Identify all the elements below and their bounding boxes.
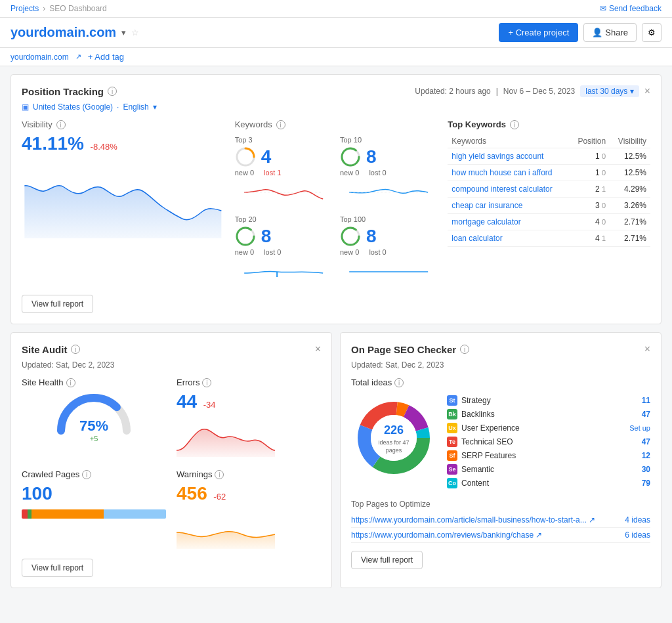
visibility-cell: 3.26%: [610, 198, 650, 214]
keyword-link[interactable]: how much house can i afford: [452, 168, 552, 177]
svg-text:ideas for 47: ideas for 47: [378, 439, 409, 446]
top-pages-label: Top Pages to Optimize: [351, 500, 650, 509]
header-actions: + Create project 👤 Share ⚙: [499, 23, 662, 42]
legend-dot: Se: [447, 464, 457, 475]
legend-row: Bk Backlinks 47: [447, 409, 650, 419]
site-health-change: +5: [79, 435, 108, 442]
create-project-button[interactable]: + Create project: [499, 23, 578, 42]
breadcrumb: Projects › SEO Dashboard: [10, 4, 107, 13]
page-url-link[interactable]: https://www.yourdomain.com/reviews/banki…: [351, 530, 620, 540]
gear-icon: ⚙: [648, 28, 656, 37]
table-row: loan calculator 4 1 2.71%: [448, 230, 650, 247]
legend-dot: Bk: [447, 409, 457, 419]
total-ideas-label: Total ideas i: [351, 377, 650, 387]
top-nav: Projects › SEO Dashboard ✉ Send feedback: [0, 0, 672, 18]
site-audit-info-icon[interactable]: i: [71, 345, 80, 354]
settings-button[interactable]: ⚙: [642, 23, 662, 42]
crawled-info-icon[interactable]: i: [82, 470, 91, 479]
legend-row: Te Technical SEO 47: [447, 437, 650, 447]
share-icon: 👤: [592, 28, 602, 37]
legend-label: Technical SEO: [461, 437, 638, 446]
domain-star-icon[interactable]: ☆: [131, 28, 139, 37]
top10-sparkline: [340, 179, 437, 205]
legend-count: 30: [642, 465, 650, 474]
warnings-info-icon[interactable]: i: [215, 470, 224, 479]
keyword-link[interactable]: compound interest calculator: [452, 184, 552, 194]
domain-title: yourdomain.com: [10, 25, 116, 40]
visibility-info-icon[interactable]: i: [56, 120, 66, 129]
site-audit-close-icon[interactable]: ×: [315, 343, 321, 355]
list-item: https://www.yourdomain.com/article/small…: [351, 513, 650, 528]
keyword-link[interactable]: mortgage calculator: [452, 217, 520, 226]
ops-content: 226 ideas for 47 pages St Strategy 11 Bk…: [351, 395, 650, 492]
page-url-link[interactable]: https://www.yourdomain.com/article/small…: [351, 515, 620, 525]
date-range-text: Nov 6 – Dec 5, 2023: [503, 87, 575, 96]
visibility-cell: 12.5%: [610, 148, 650, 165]
site-audit-view-full-button[interactable]: View full report: [22, 559, 93, 577]
filter-dropdown-icon[interactable]: ▾: [153, 102, 157, 112]
on-page-seo-info-icon[interactable]: i: [460, 345, 469, 354]
pt-filters[interactable]: ▣ United States (Google) · English ▾: [22, 102, 650, 112]
errors-change: -34: [203, 400, 216, 410]
keywords-info-icon[interactable]: i: [276, 120, 285, 129]
site-health-info-icon[interactable]: i: [66, 378, 75, 387]
date-range-badge[interactable]: last 30 days ▾: [580, 85, 639, 97]
table-row: cheap car insurance 3 0 3.26%: [448, 198, 650, 214]
top20-circle-icon: [235, 226, 256, 247]
on-page-seo-view-full-button[interactable]: View full report: [351, 551, 423, 569]
legend-row: Ux User Experience Set up: [447, 423, 650, 433]
position-tracking-info-icon[interactable]: i: [108, 87, 117, 96]
top3-circle-icon: [235, 146, 256, 167]
top-keywords-info-icon[interactable]: i: [510, 120, 519, 129]
domain-link[interactable]: yourdomain.com: [10, 53, 69, 62]
top-keywords-table: Keywords Position Visibility high yield …: [448, 135, 650, 247]
top20-value: 8: [261, 226, 272, 247]
domain-dropdown-icon[interactable]: ▾: [121, 28, 126, 37]
keyword-link[interactable]: high yield savings account: [452, 152, 543, 161]
keywords-section: Keywords i Top 3 4: [235, 119, 438, 287]
errors-info-icon[interactable]: i: [202, 378, 211, 387]
legend-row: Se Semantic 30: [447, 464, 650, 475]
legend-label: Content: [461, 479, 638, 488]
legend-count: 11: [642, 396, 650, 405]
visibility-change: -8.48%: [91, 142, 117, 152]
legend-count: 47: [642, 410, 650, 419]
legend-count: 12: [642, 451, 650, 460]
position-tracking-title: Position Tracking: [22, 86, 104, 97]
gauge-container: 75% +5: [22, 391, 166, 442]
main-content: Position Tracking i Updated: 2 hours ago…: [0, 66, 672, 604]
close-icon[interactable]: ×: [644, 85, 650, 97]
send-feedback-link[interactable]: ✉ Send feedback: [600, 4, 662, 13]
top3-sparkline: [235, 179, 332, 205]
crawled-pages-section: Crawled Pages i 100: [22, 469, 166, 551]
on-page-seo-close-icon[interactable]: ×: [644, 343, 650, 355]
feedback-icon: ✉: [600, 4, 606, 13]
external-link-icon: ↗: [75, 53, 81, 61]
svg-point-6: [237, 228, 254, 245]
total-ideas-info-icon[interactable]: i: [394, 378, 404, 387]
filter-country: United States (Google): [33, 102, 113, 112]
position-tracking-view-full-button[interactable]: View full report: [22, 295, 93, 313]
svg-point-3: [342, 148, 359, 165]
site-audit-card: Site Audit i × Updated: Sat, Dec 2, 2023…: [10, 332, 332, 588]
donut-chart: 226 ideas for 47 pages: [351, 395, 436, 481]
filter-separator: ·: [117, 102, 119, 112]
position-cell: 4 0: [570, 214, 610, 230]
updated-text: Updated: 2 hours ago: [415, 87, 490, 96]
legend-row: Co Content 79: [447, 478, 650, 488]
keyword-link[interactable]: loan calculator: [452, 234, 502, 243]
table-row: how much house can i afford 1 0 12.5%: [448, 165, 650, 181]
breadcrumb-projects[interactable]: Projects: [10, 4, 39, 13]
donut-chart-container: 226 ideas for 47 pages: [351, 395, 436, 483]
add-tag-button[interactable]: + Add tag: [88, 52, 124, 62]
page-ideas: 6 ideas: [625, 530, 650, 540]
legend-count[interactable]: Set up: [629, 424, 650, 432]
legend-count: 47: [642, 437, 650, 446]
breadcrumb-current: SEO Dashboard: [49, 4, 106, 13]
warnings-value: 456: [177, 483, 207, 504]
visibility-cell: 12.5%: [610, 165, 650, 181]
top10-value: 8: [366, 146, 377, 167]
share-button[interactable]: 👤 Share: [583, 23, 637, 42]
on-page-seo-header: On Page SEO Checker i ×: [351, 343, 650, 355]
keyword-link[interactable]: cheap car insurance: [452, 201, 522, 210]
